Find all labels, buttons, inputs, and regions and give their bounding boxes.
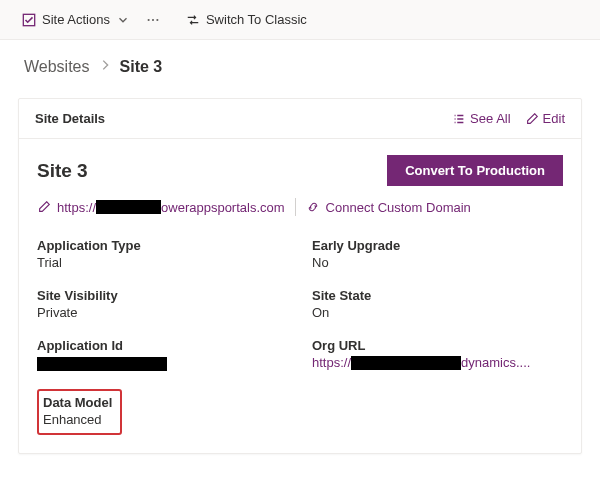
field-label: Application Id [37,338,288,353]
field-data-model: Data Model Enhanced [37,389,288,435]
swap-icon [186,13,200,27]
list-icon [452,112,466,126]
field-value: No [312,255,563,270]
org-url-prefix: https:// [312,355,351,370]
breadcrumb-root[interactable]: Websites [24,58,90,76]
see-all-button[interactable]: See All [452,111,510,126]
card-header: Site Details See All Edit [19,99,581,139]
field-early-upgrade: Early Upgrade No [312,238,563,270]
chevron-right-icon [98,58,112,76]
top-bar: Site Actions Switch To Classic [0,0,600,40]
url-suffix: owerappsportals.com [161,200,285,215]
field-value: On [312,305,563,320]
breadcrumb-current: Site 3 [120,58,163,76]
chevron-down-icon [116,13,130,27]
checkbox-icon [22,13,36,27]
highlight-box: Data Model Enhanced [37,389,122,435]
field-label: Site Visibility [37,288,288,303]
pencil-icon [525,112,539,126]
breadcrumb: Websites Site 3 [0,40,600,86]
field-value: Private [37,305,288,320]
more-horizontal-icon [146,13,160,27]
svg-point-1 [148,18,150,20]
edit-url-button[interactable]: https:// owerappsportals.com [37,200,285,215]
field-site-visibility: Site Visibility Private [37,288,288,320]
site-url[interactable]: https:// owerappsportals.com [57,200,285,215]
field-label: Site State [312,288,563,303]
svg-point-2 [152,18,154,20]
pencil-icon [37,200,51,214]
card-body: Site 3 Convert To Production https:// ow… [19,139,581,453]
edit-label: Edit [543,111,565,126]
org-url-link[interactable]: https:// dynamics.... [312,355,530,370]
edit-button[interactable]: Edit [525,111,565,126]
site-actions-label: Site Actions [42,12,110,27]
connect-domain-label: Connect Custom Domain [326,200,471,215]
more-actions-button[interactable] [144,9,162,31]
url-prefix: https:// [57,200,96,215]
svg-point-3 [156,18,158,20]
field-value: Enhanced [43,412,112,427]
see-all-label: See All [470,111,510,126]
link-row: https:// owerappsportals.com Connect Cus… [37,198,563,216]
switch-to-classic-label: Switch To Classic [206,12,307,27]
redacted-url-segment [96,200,161,214]
field-label: Org URL [312,338,563,353]
field-label: Application Type [37,238,288,253]
site-details-card: Site Details See All Edit Site 3 Convert… [18,98,582,454]
details-grid: Application Type Trial Early Upgrade No … [37,238,563,435]
field-org-url: Org URL https:// dynamics.... [312,338,563,371]
redacted-org-url [351,356,461,370]
link-icon [306,200,320,214]
switch-to-classic-button[interactable]: Switch To Classic [180,8,313,31]
field-label: Data Model [43,395,112,410]
card-title: Site Details [35,111,438,126]
field-site-state: Site State On [312,288,563,320]
field-label: Early Upgrade [312,238,563,253]
connect-custom-domain-button[interactable]: Connect Custom Domain [306,200,471,215]
field-application-type: Application Type Trial [37,238,288,270]
site-name: Site 3 [37,160,387,182]
site-actions-menu[interactable]: Site Actions [16,8,136,31]
field-application-id: Application Id [37,338,288,371]
convert-to-production-button[interactable]: Convert To Production [387,155,563,186]
vertical-divider [295,198,296,216]
redacted-app-id [37,357,167,371]
org-url-suffix: dynamics.... [461,355,530,370]
field-value: Trial [37,255,288,270]
